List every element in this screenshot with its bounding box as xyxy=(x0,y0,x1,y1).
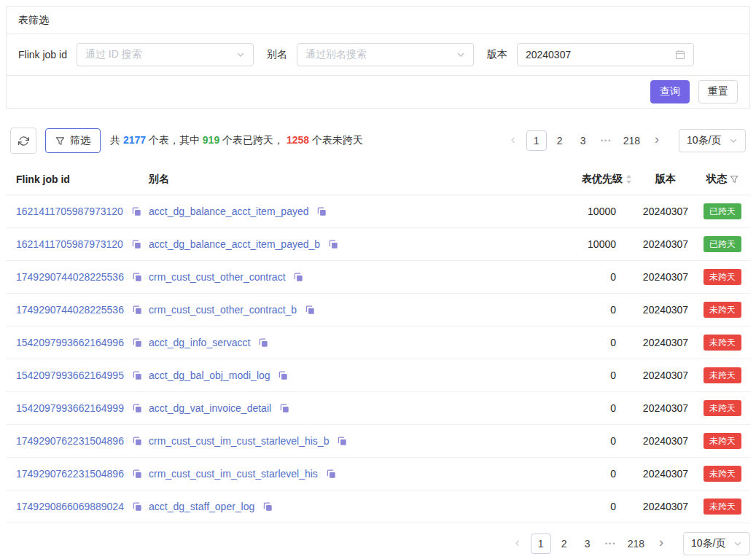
summary-segment: 1258 xyxy=(287,134,309,146)
copy-icon[interactable] xyxy=(133,502,142,512)
status-cell: 未跨天 xyxy=(695,293,750,326)
alias-label: 别名 xyxy=(267,48,287,61)
sort-icon[interactable] xyxy=(626,174,632,184)
pagination-next-button[interactable]: › xyxy=(647,130,667,151)
filter-toggle-button[interactable]: 筛选 xyxy=(45,128,101,153)
pagination-page-218[interactable]: 218 xyxy=(624,533,648,554)
filter-icon[interactable] xyxy=(730,175,739,184)
alias-select[interactable]: 通过别名搜索 xyxy=(297,43,474,66)
flink-job-id-select[interactable]: 通过 ID 搜索 xyxy=(77,43,254,66)
alias-cell: crm_cust_cust_im_cust_starlevel_his xyxy=(149,457,527,490)
flink-job-id-link[interactable]: 1621411705987973120 xyxy=(16,206,123,217)
pagination-prev-button[interactable]: ‹ xyxy=(503,130,523,151)
flink-job-id-link[interactable]: 1749290866069889024 xyxy=(16,501,124,512)
alias-cell: crm_cust_cust_im_cust_starlevel_his_b xyxy=(149,424,527,457)
copy-icon[interactable] xyxy=(133,469,142,479)
pagination-page-218[interactable]: 218 xyxy=(620,130,644,151)
version-date-value: 20240307 xyxy=(526,49,571,60)
table-row: 1749290762231504896 crm_cust_cust_im_cus… xyxy=(6,424,750,457)
version-cell: 20240307 xyxy=(636,424,695,457)
alias-link[interactable]: acct_dg_balance_acct_item_payed xyxy=(149,206,309,217)
version-cell: 20240307 xyxy=(636,391,695,424)
alias-cell: acct_dg_balance_acct_item_payed xyxy=(149,195,527,227)
priority-cell: 0 xyxy=(527,490,636,523)
pagination-page-2[interactable]: 2 xyxy=(550,130,570,151)
bottom-pager-bar: ‹123•••218›10条/页 xyxy=(6,532,750,555)
flink-job-id-placeholder: 通过 ID 搜索 xyxy=(85,48,142,61)
copy-icon[interactable] xyxy=(133,338,142,348)
copy-icon[interactable] xyxy=(133,371,142,380)
alias-link[interactable]: crm_cust_cust_other_contract_b xyxy=(149,304,297,316)
alias-link[interactable]: acct_dg_vat_invoice_detail xyxy=(149,402,271,414)
copy-icon[interactable] xyxy=(280,404,289,413)
alias-link[interactable]: crm_cust_cust_other_contract xyxy=(149,271,286,283)
pagination-page-1[interactable]: 1 xyxy=(526,130,547,151)
pagination-ellipsis: ••• xyxy=(601,533,621,554)
page: 表筛选 Flink job id 通过 ID 搜索 别名 通过别名搜索 xyxy=(0,0,756,559)
table-row: 1542097993662164999 acct_dg_vat_invoice_… xyxy=(6,391,750,424)
version-cell: 20240307 xyxy=(636,490,695,523)
summary-segment: 个表未跨天 xyxy=(309,134,363,146)
alias-link[interactable]: acct_dg_staff_oper_log xyxy=(149,501,254,512)
flink-job-id-link[interactable]: 1621411705987973120 xyxy=(16,238,123,250)
search-button[interactable]: 查询 xyxy=(650,80,690,103)
version-cell: 20240307 xyxy=(636,326,695,359)
alias-field: 别名 通过别名搜索 xyxy=(267,43,474,66)
copy-icon[interactable] xyxy=(329,240,338,249)
chevron-down-icon xyxy=(729,136,738,145)
alias-link[interactable]: acct_dg_info_servacct xyxy=(149,337,250,348)
column-header-alias: 别名 xyxy=(149,164,527,195)
copy-icon[interactable] xyxy=(259,338,268,348)
copy-icon[interactable] xyxy=(133,273,142,282)
copy-icon[interactable] xyxy=(133,305,142,315)
pagination-next-button[interactable]: › xyxy=(651,533,671,554)
pagination-ellipsis: ••• xyxy=(596,130,617,151)
copy-icon[interactable] xyxy=(327,469,336,479)
flink-job-id-link[interactable]: 1749290762231504896 xyxy=(16,468,124,480)
alias-link[interactable]: crm_cust_cust_im_cust_starlevel_his xyxy=(149,468,318,480)
alias-cell: acct_dg_bal_obj_modi_log xyxy=(149,359,527,391)
refresh-button[interactable] xyxy=(10,128,36,154)
copy-icon[interactable] xyxy=(263,502,273,512)
column-header-priority[interactable]: 表优先级 xyxy=(527,164,636,195)
refresh-icon xyxy=(18,136,29,146)
alias-link[interactable]: acct_dg_bal_obj_modi_log xyxy=(149,370,270,381)
version-date-input[interactable]: 20240307 xyxy=(517,43,694,66)
column-header-label: 版本 xyxy=(655,173,676,184)
flink-job-id-link[interactable]: 1542097993662164996 xyxy=(16,337,124,348)
pagination-page-1[interactable]: 1 xyxy=(531,533,551,554)
flink-job-id-link[interactable]: 1542097993662164995 xyxy=(16,370,124,381)
status-cell: 已跨天 xyxy=(695,195,750,227)
copy-icon[interactable] xyxy=(133,437,142,446)
status-cell: 未跨天 xyxy=(695,359,750,391)
pagination-page-3[interactable]: 3 xyxy=(573,130,593,151)
pagination-prev-button[interactable]: ‹ xyxy=(507,533,528,554)
copy-icon[interactable] xyxy=(338,437,347,446)
copy-icon[interactable] xyxy=(133,404,142,413)
copy-icon[interactable] xyxy=(278,371,288,380)
copy-icon[interactable] xyxy=(305,305,315,315)
column-header-label: 别名 xyxy=(149,173,169,184)
column-header-flink-job-id: Flink job id xyxy=(6,164,149,195)
filter-card-body: Flink job id 通过 ID 搜索 别名 通过别名搜索 xyxy=(7,34,749,76)
column-header-status[interactable]: 状态 xyxy=(695,164,750,195)
flink-job-id-link[interactable]: 1749290744028225536 xyxy=(16,271,124,283)
flink-job-id-link[interactable]: 1749290762231504896 xyxy=(16,435,124,447)
alias-link[interactable]: acct_dg_balance_acct_item_payed_b xyxy=(149,238,320,250)
pagination-page-3[interactable]: 3 xyxy=(577,533,598,554)
flink-job-id-link[interactable]: 1542097993662164999 xyxy=(16,402,124,414)
column-header-label: 表优先级 xyxy=(582,173,623,186)
version-cell: 20240307 xyxy=(636,195,695,227)
copy-icon[interactable] xyxy=(132,207,141,216)
version-cell: 20240307 xyxy=(636,457,695,490)
pagination-page-2[interactable]: 2 xyxy=(554,533,574,554)
copy-icon[interactable] xyxy=(317,207,327,216)
reset-button[interactable]: 重置 xyxy=(698,80,738,103)
page-size-select[interactable]: 10条/页 xyxy=(679,129,746,152)
copy-icon[interactable] xyxy=(294,273,303,282)
alias-link[interactable]: crm_cust_cust_im_cust_starlevel_his_b xyxy=(149,435,329,447)
flink-job-id-link[interactable]: 1749290744028225536 xyxy=(16,304,124,316)
copy-icon[interactable] xyxy=(132,240,141,249)
status-cell: 未跨天 xyxy=(695,326,750,359)
page-size-select[interactable]: 10条/页 xyxy=(683,532,750,555)
